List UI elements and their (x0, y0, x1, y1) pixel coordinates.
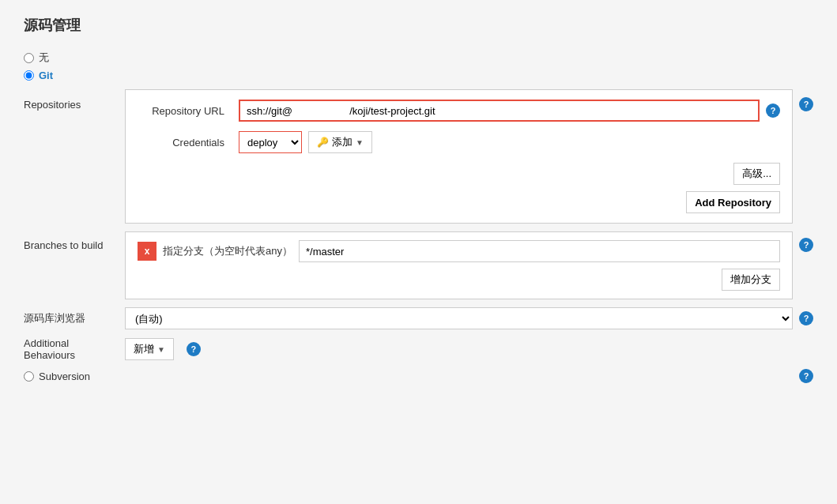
source-browser-select[interactable]: (自动) (125, 307, 793, 329)
additional-behaviours-section: Additional Behaviours 新增 ▼ ? (24, 337, 813, 361)
subversion-row: Subversion ? (24, 369, 813, 383)
radio-group: 无 Git (24, 51, 813, 81)
repo-url-label: Repository URL (138, 105, 232, 117)
source-browser-label: 源码库浏览器 (24, 311, 119, 325)
repositories-label: Repositories (24, 89, 119, 111)
advanced-button[interactable]: 高级... (733, 163, 780, 185)
repositories-section: Repositories Repository URL ? Credential… (24, 89, 813, 224)
add-branch-row: 增加分支 (138, 269, 780, 291)
radio-none[interactable] (24, 53, 34, 63)
additional-behaviours-label: Additional Behaviours (24, 337, 119, 361)
radio-svn[interactable] (24, 371, 34, 382)
repo-url-input[interactable] (239, 100, 760, 122)
branches-label: Branches to build (24, 231, 119, 251)
repositories-inner: Repository URL ? Credentials deploy 🔑 添加… (125, 89, 793, 224)
key-icon: 🔑 (317, 137, 329, 148)
credentials-row: Credentials deploy 🔑 添加 ▼ (138, 131, 780, 153)
subversion-help-icon[interactable]: ? (799, 369, 813, 383)
radio-none-row: 无 (24, 51, 813, 65)
radio-git-row: Git (24, 70, 813, 81)
branches-help-icon[interactable]: ? (799, 238, 813, 252)
page-container: 源码管理 无 Git Repositories Repository URL ?… (0, 0, 837, 504)
repo-url-help-icon[interactable]: ? (766, 103, 780, 118)
add-credentials-button[interactable]: 🔑 添加 ▼ (308, 131, 372, 153)
branches-inner: x 指定分支（为空时代表any） 增加分支 (125, 231, 793, 299)
delete-branch-button[interactable]: x (138, 242, 156, 261)
radio-git-label[interactable]: Git (39, 70, 53, 81)
add-repo-row: Add Repository (138, 191, 780, 213)
branch-input[interactable] (299, 240, 780, 262)
radio-svn-label[interactable]: Subversion (39, 370, 90, 382)
radio-none-label[interactable]: 无 (39, 51, 49, 65)
page-title: 源码管理 (24, 16, 813, 35)
new-behaviour-arrow: ▼ (157, 345, 165, 354)
add-cred-dropdown-arrow: ▼ (356, 138, 364, 147)
branches-section: Branches to build x 指定分支（为空时代表any） 增加分支 … (24, 231, 813, 299)
branch-specifier-label: 指定分支（为空时代表any） (163, 244, 292, 258)
add-repository-button[interactable]: Add Repository (686, 191, 780, 213)
new-behaviour-button[interactable]: 新增 ▼ (125, 338, 174, 360)
add-branch-button[interactable]: 增加分支 (722, 269, 780, 291)
credentials-label: Credentials (138, 137, 232, 149)
additional-behaviours-help-icon[interactable]: ? (187, 342, 201, 356)
credentials-select[interactable]: deploy (239, 131, 302, 153)
source-browser-section: 源码库浏览器 (自动) ? (24, 307, 813, 329)
source-browser-help-icon[interactable]: ? (799, 311, 813, 325)
repo-url-row: Repository URL ? (138, 100, 780, 122)
radio-git[interactable] (24, 70, 34, 81)
branch-row: x 指定分支（为空时代表any） (138, 240, 780, 262)
repo-buttons-row: 高级... (138, 163, 780, 185)
repositories-help-icon[interactable]: ? (799, 97, 813, 111)
